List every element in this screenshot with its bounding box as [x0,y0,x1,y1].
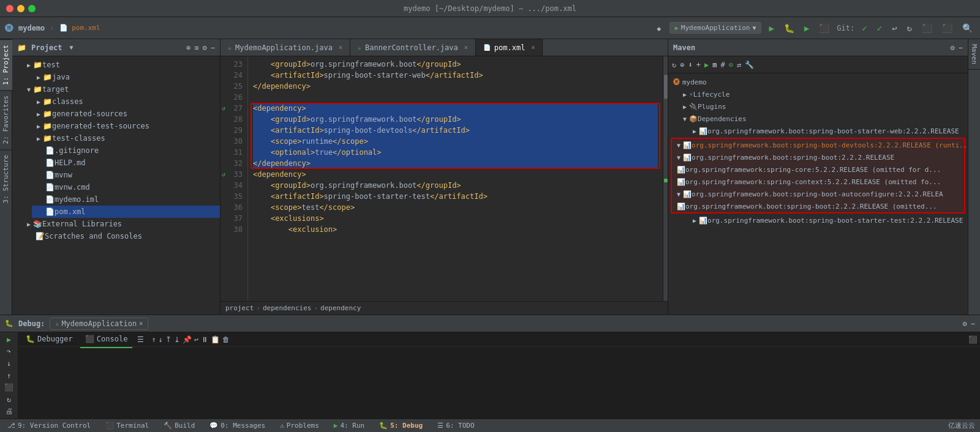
status-todo[interactable]: ☰ 6: TODO [435,422,477,430]
reload-icon[interactable]: ↩ [194,335,198,344]
tab-banner-controller[interactable]: ☕ BannerController.java × [350,39,476,56]
search-everywhere-icon[interactable]: 🔍 [960,22,975,34]
tab-structure[interactable]: 3: Structure [0,149,12,208]
status-build[interactable]: 🔨 Build [161,422,197,430]
session-close-icon[interactable]: × [139,320,143,327]
right-tab-maven[interactable]: Maven [968,39,980,70]
debug-button[interactable]: 🐛 [782,22,797,34]
minimize-button[interactable] [17,5,24,12]
maven-dep-spring-boot-omitted[interactable]: 📊 org.springframework.boot:spring-boot:2… [672,200,964,212]
pin-icon[interactable]: 📌 [183,335,192,344]
scroll-bottom-icon[interactable]: ⤓ [174,335,180,344]
tree-item-generated-test-sources[interactable]: ▶ 📁 generated-test-sources [32,120,220,132]
tab-close-icon[interactable]: × [339,44,342,51]
status-problems[interactable]: ⚠ Problems [277,422,322,430]
window-controls[interactable] [6,5,36,12]
pause-icon[interactable]: ⏸ [201,335,208,344]
debug-step-out-icon[interactable]: ↑ [3,371,15,381]
maven-dep-starter-web[interactable]: ▶ 📊 org.springframework.boot:spring-boot… [688,125,968,137]
console-menu-icon[interactable]: ☰ [137,335,144,344]
console-clear-icon[interactable]: 🗑 [222,335,230,344]
tree-item-mydemo-iml[interactable]: 📄 mydemo.iml [32,193,220,206]
coverage-button[interactable]: ▶ [802,22,812,34]
code-content[interactable]: <groupId>org.springframework.boot</group… [248,56,663,301]
debug-settings-icon[interactable]: ⚙ [963,319,967,328]
debug-step-over-icon[interactable]: ↷ [3,347,15,357]
maven-dep-autoconfigure[interactable]: ▼ 📊 org.springframework.boot:spring-boot… [672,188,964,200]
maven-dep-starter-test[interactable]: ▶ 📊 org.springframework.boot:spring-boot… [688,214,968,226]
stop-button[interactable]: ⬛ [816,22,832,34]
debug-rerun-icon[interactable]: ↻ [3,395,15,404]
close-button[interactable] [6,5,13,12]
collapse-icon[interactable]: ≡ [194,43,198,52]
status-messages[interactable]: 💬 0: Messages [207,422,268,430]
breadcrumb-dependencies[interactable]: dependencies [263,304,311,312]
project-dropdown-icon[interactable]: ▼ [70,44,74,51]
debug-print-icon[interactable]: 🖨 [3,406,15,416]
maven-close-icon[interactable]: − [959,43,963,52]
tab-console[interactable]: ⬛ Console [80,332,133,348]
maven-refresh-icon[interactable]: ↻ [672,61,676,69]
tree-item-scratches[interactable]: 📝 Scratches and Consoles [22,230,220,242]
locate-icon[interactable]: ⊕ [186,43,190,52]
tree-item-external-libs[interactable]: ▶ 📚 External Libraries [22,218,220,230]
status-version-control[interactable]: ⎇ 9: Version Control [5,422,93,430]
maven-dep-devtools[interactable]: ▼ 📊 org.springframework.boot:spring-boot… [672,139,964,151]
tab-project[interactable]: 1: Project [0,39,12,90]
tab-mydemo-application[interactable]: ☕ MydemoApplication.java × [221,39,350,56]
tree-item-mvnw[interactable]: 📄 mvnw [32,169,220,181]
breadcrumb-dependency[interactable]: dependency [320,304,361,312]
status-debug[interactable]: 🐛 5: Debug [377,422,425,430]
maven-run-icon[interactable]: ▶ [704,61,709,69]
maximize-button[interactable] [28,5,36,12]
git-update-icon[interactable]: ↩ [889,22,899,34]
tree-item-pom-xml[interactable]: 📄 pom.xml [32,206,220,218]
tab-debugger[interactable]: 🐛 Debugger [21,332,78,348]
tree-item-help-md[interactable]: 📄 HELP.md [32,157,220,169]
tab-close-icon[interactable]: × [531,44,535,51]
sidebar-settings-icon[interactable]: ⚙ [203,43,207,52]
maven-expand-icon[interactable]: ⇄ [737,61,741,69]
tab-close-icon[interactable]: × [464,44,468,51]
maven-info-icon[interactable]: ⊙ [729,61,733,69]
tree-item-classes[interactable]: ▶ 📁 classes [32,95,220,108]
sidebar-close-icon[interactable]: − [211,43,215,52]
tree-item-generated-sources[interactable]: ▶ 📁 generated-sources [32,108,220,120]
maven-dep-spring-context[interactable]: 📊 org.springframework:spring-context:5.2… [672,176,964,188]
debug-minimize-icon[interactable]: − [971,319,975,328]
maven-plugins[interactable]: ▶ 🔌 Plugins [678,100,968,113]
console-copy-icon[interactable]: 📋 [211,335,220,344]
maven-download-icon[interactable]: ⬇ [688,61,692,69]
debug-session-tab[interactable]: ☕ MydemoApplication × [50,318,148,330]
tree-item-test[interactable]: ▶ 📁 test [22,59,220,71]
tree-item-target[interactable]: ▼ 📁 target [22,83,220,95]
maven-add-icon[interactable]: ⊕ [680,61,684,69]
scroll-down-icon[interactable]: ↓ [159,335,163,344]
git-push-icon[interactable]: ↻ [905,22,914,34]
status-run[interactable]: ▶ 4: Run [331,422,367,430]
status-terminal[interactable]: ⬛ Terminal [103,422,151,430]
tree-item-test-classes[interactable]: ▶ 📁 test-classes [32,132,220,144]
run-config-selector[interactable]: ▶ MydemoApplication ▼ [669,22,762,34]
tree-item-gitignore[interactable]: 📄 .gitignore [32,144,220,157]
debug-stop-icon[interactable]: ⬛ [3,382,15,392]
console-expand-icon[interactable]: ⬛ [968,335,978,344]
navigate-icon[interactable]: ⬥ [654,21,665,35]
tab-favorites[interactable]: 2: Favorites [0,90,12,149]
tree-item-java[interactable]: ▶ 📁 java [32,71,220,83]
debug-step-into-icon[interactable]: ↓ [3,359,15,368]
maven-lifecycle[interactable]: ▶ ⚡ Lifecycle [678,88,968,100]
maven-wrench-icon[interactable]: 🔧 [745,61,754,69]
vertical-scrollbar[interactable] [663,56,668,301]
tab-pom-xml[interactable]: 📄 pom.xml × [476,39,543,56]
maven-dependencies[interactable]: ▼ 📦 Dependencies [678,113,968,125]
maven-dep-spring-core[interactable]: 📊 org.springframework:spring-core:5.2.2.… [672,163,964,176]
maven-dep-spring-boot[interactable]: ▼ 📊 org.springframework.boot:spring-boot… [672,151,964,163]
maven-root[interactable]: 🅜 mydemo [668,76,968,88]
scroll-up-icon[interactable]: ↑ [151,335,156,344]
git-history-icon[interactable]: ⬛ [919,22,935,34]
git-check2-icon[interactable]: ✓ [875,22,884,34]
git-check-icon[interactable]: ✓ [859,22,869,34]
run-button[interactable]: ▶ [766,22,776,34]
maven-settings-icon[interactable]: ⚙ [951,43,955,52]
